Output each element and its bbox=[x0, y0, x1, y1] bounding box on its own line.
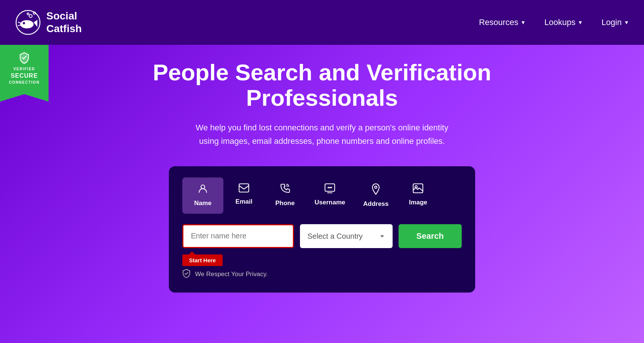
privacy-text: We Respect Your Privacy. bbox=[195, 271, 268, 278]
lookups-arrow-icon: ▼ bbox=[578, 19, 583, 25]
svg-point-12 bbox=[328, 187, 329, 188]
hero-title: People Search and Verification Professio… bbox=[117, 60, 527, 111]
privacy-shield-icon bbox=[182, 269, 191, 280]
tab-name[interactable]: Name bbox=[182, 177, 223, 214]
svg-point-7 bbox=[33, 12, 35, 14]
address-icon bbox=[372, 183, 380, 197]
logo-area: Social Catfish bbox=[15, 9, 82, 35]
username-icon bbox=[325, 183, 335, 196]
logo-text: Social Catfish bbox=[46, 10, 82, 35]
nav-lookups[interactable]: Lookups ▼ bbox=[544, 18, 583, 27]
svg-rect-10 bbox=[239, 184, 249, 192]
country-select[interactable]: Select a Country United States United Ki… bbox=[300, 224, 393, 248]
nav-resources[interactable]: Resources ▼ bbox=[479, 18, 526, 27]
tab-image-label: Image bbox=[409, 199, 427, 206]
svg-point-15 bbox=[375, 186, 377, 188]
person-icon bbox=[198, 183, 208, 197]
tab-email-label: Email bbox=[235, 198, 252, 206]
svg-point-13 bbox=[329, 187, 331, 188]
logo-icon bbox=[15, 9, 41, 35]
phone-icon bbox=[280, 183, 290, 197]
tab-image[interactable]: Image bbox=[397, 177, 439, 214]
image-icon bbox=[413, 183, 423, 196]
tab-name-label: Name bbox=[194, 200, 211, 207]
tab-phone-label: Phone bbox=[275, 200, 295, 207]
name-input[interactable] bbox=[182, 224, 294, 248]
header: Social Catfish Resources ▼ Lookups ▼ Log… bbox=[0, 0, 644, 45]
email-icon bbox=[239, 183, 249, 195]
tab-address[interactable]: Address bbox=[354, 177, 397, 214]
svg-point-1 bbox=[20, 20, 34, 28]
tab-username-label: Username bbox=[315, 199, 345, 206]
svg-point-14 bbox=[331, 187, 332, 188]
svg-point-3 bbox=[23, 22, 25, 24]
svg-point-6 bbox=[29, 15, 32, 18]
input-row: Select a Country United States United Ki… bbox=[182, 224, 462, 248]
tab-address-label: Address bbox=[363, 200, 388, 208]
start-here-badge: Start Here bbox=[182, 254, 223, 266]
svg-point-8 bbox=[27, 13, 29, 15]
tab-phone[interactable]: Phone bbox=[264, 177, 306, 214]
hero-subtitle: We help you find lost connections and ve… bbox=[188, 121, 456, 147]
login-arrow-icon: ▼ bbox=[624, 19, 629, 25]
shield-icon bbox=[18, 51, 31, 64]
search-tabs: Name Email bbox=[182, 177, 462, 214]
nav-login[interactable]: Login ▼ bbox=[601, 18, 629, 27]
nav-area: Resources ▼ Lookups ▼ Login ▼ bbox=[479, 18, 629, 27]
svg-marker-2 bbox=[34, 20, 37, 27]
search-button[interactable]: Search bbox=[399, 224, 462, 248]
badge-text: VERIFIED SECURE CONNECTION bbox=[9, 67, 40, 85]
verified-badge: VERIFIED SECURE CONNECTION bbox=[0, 45, 49, 94]
badge-body: VERIFIED SECURE CONNECTION bbox=[0, 45, 49, 94]
privacy-row: We Respect Your Privacy. bbox=[182, 269, 462, 280]
tab-username[interactable]: Username bbox=[306, 177, 354, 214]
hero-section: VERIFIED SECURE CONNECTION People Search… bbox=[0, 45, 644, 343]
resources-arrow-icon: ▼ bbox=[520, 19, 526, 25]
search-card: Name Email bbox=[169, 166, 475, 293]
svg-point-9 bbox=[201, 185, 205, 189]
tab-email[interactable]: Email bbox=[223, 177, 264, 214]
